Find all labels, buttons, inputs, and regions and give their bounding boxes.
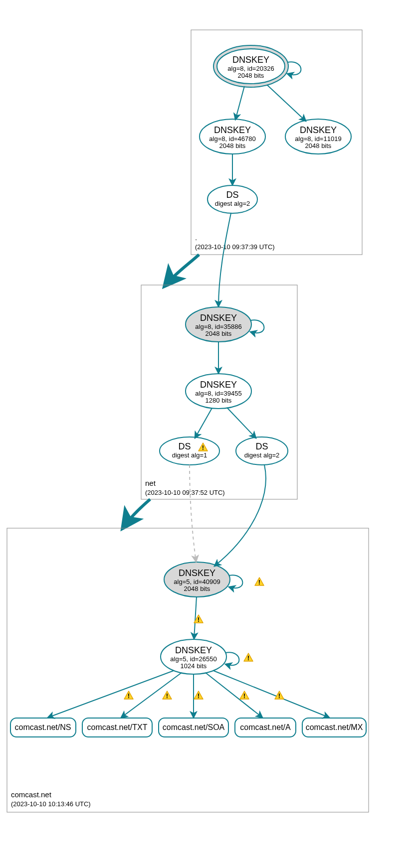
svg-text:alg=8, id=39455: alg=8, id=39455: [195, 390, 241, 397]
svg-text:DNSKEY: DNSKEY: [200, 380, 237, 390]
svg-text:comcast.net/MX: comcast.net/MX: [306, 723, 363, 731]
node-root-ksk: DNSKEY alg=8, id=20326 2048 bits: [213, 45, 288, 87]
zone-net-timestamp: (2023-10-10 09:37:52 UTC): [145, 489, 225, 496]
edge-zsk-ns: [48, 671, 174, 718]
edge-zsk-mx: [213, 671, 329, 718]
node-root-key3: DNSKEY alg=8, id=11019 2048 bits: [285, 119, 351, 154]
node-root-ds: DS digest alg=2: [208, 185, 257, 213]
node-net-zsk: DNSKEY alg=8, id=39455 1280 bits: [186, 374, 251, 409]
node-root-zsk: DNSKEY alg=8, id=46780 2048 bits: [200, 119, 265, 154]
rrset-txt: comcast.net/TXT: [82, 718, 152, 737]
zone-leaf-name: comcast.net: [11, 790, 52, 799]
svg-text:DNSKEY: DNSKEY: [214, 125, 251, 135]
svg-text:alg=8, id=11019: alg=8, id=11019: [295, 135, 341, 143]
node-net-ksk: DNSKEY alg=8, id=35886 2048 bits: [186, 307, 251, 342]
svg-text:comcast.net/NS: comcast.net/NS: [15, 723, 71, 731]
svg-text:alg=8, id=20326: alg=8, id=20326: [227, 65, 274, 72]
svg-text:comcast.net/A: comcast.net/A: [240, 723, 291, 731]
edge-root-ksk-self: [287, 62, 301, 75]
zone-net-name: net: [145, 479, 156, 487]
node-net-ds2: DS digest alg=2: [236, 437, 288, 465]
svg-text:DNSKEY: DNSKEY: [179, 568, 215, 578]
warning-icon: [194, 691, 203, 700]
svg-text:comcast.net/TXT: comcast.net/TXT: [87, 723, 148, 731]
edge-leaf-ksk-self: [229, 575, 242, 588]
svg-text:alg=8, id=35886: alg=8, id=35886: [195, 323, 241, 330]
svg-text:1024 bits: 1024 bits: [181, 662, 207, 670]
warning-icon: [163, 691, 172, 700]
warning-icon: [240, 691, 249, 700]
svg-text:digest alg=2: digest alg=2: [215, 200, 250, 207]
warning-icon: [244, 653, 253, 662]
edge-netzsk-ds1: [195, 408, 212, 438]
svg-text:DS: DS: [178, 441, 191, 451]
node-net-ds1: DS digest alg=1: [160, 437, 219, 465]
svg-text:DS: DS: [255, 441, 268, 451]
edge-net-ksk-self: [250, 320, 264, 333]
svg-text:2048 bits: 2048 bits: [238, 72, 264, 79]
edge-rootds-netksk: [218, 213, 231, 306]
svg-text:DNSKEY: DNSKEY: [175, 645, 212, 655]
svg-text:2048 bits: 2048 bits: [305, 142, 332, 149]
svg-text:alg=8, id=46780: alg=8, id=46780: [209, 135, 255, 143]
svg-text:1280 bits: 1280 bits: [206, 397, 232, 404]
zone-root-timestamp: (2023-10-10 09:37:39 UTC): [195, 243, 275, 251]
edge-ds2-leafksk: [214, 465, 266, 566]
zone-leaf-timestamp: (2023-10-10 10:13:46 UTC): [11, 800, 91, 808]
svg-text:alg=5, id=26550: alg=5, id=26550: [170, 655, 216, 663]
svg-text:2048 bits: 2048 bits: [184, 585, 210, 592]
svg-text:DNSKEY: DNSKEY: [300, 125, 337, 135]
edge-root-to-net-zone: [165, 255, 199, 286]
svg-text:2048 bits: 2048 bits: [206, 330, 232, 337]
edge-ds1-leafksk-dashed: [190, 465, 196, 562]
edge-leafksk-leafzsk: [194, 597, 197, 639]
edge-leaf-zsk-self: [225, 652, 239, 665]
rrset-soa: comcast.net/SOA: [159, 718, 228, 737]
edge-netzsk-ds2: [227, 408, 256, 438]
rrset-a: comcast.net/A: [235, 718, 296, 737]
edge-net-to-leaf-zone: [123, 499, 150, 528]
svg-text:digest alg=2: digest alg=2: [244, 451, 279, 459]
edge-rootksk-rootzsk: [235, 86, 244, 120]
warning-icon: [124, 691, 133, 700]
rrset-ns: comcast.net/NS: [10, 718, 76, 737]
warning-icon: [275, 691, 284, 700]
svg-text:comcast.net/SOA: comcast.net/SOA: [163, 723, 225, 731]
zone-root-name: .: [195, 233, 197, 242]
svg-text:digest alg=1: digest alg=1: [172, 451, 207, 459]
node-leaf-zsk: DNSKEY alg=5, id=26550 1024 bits: [161, 639, 226, 674]
dnssec-chain-diagram: ! . (2023-10-10 09:37:39 UTC) DNSKEY alg…: [0, 0, 415, 868]
rrset-mx: comcast.net/MX: [302, 718, 366, 737]
node-leaf-ksk: DNSKEY alg=5, id=40909 2048 bits: [164, 562, 230, 597]
svg-text:DNSKEY: DNSKEY: [232, 55, 269, 65]
svg-text:alg=5, id=40909: alg=5, id=40909: [174, 578, 220, 585]
edge-rootksk-rootkey3: [267, 85, 306, 121]
svg-text:DNSKEY: DNSKEY: [200, 313, 237, 323]
svg-text:2048 bits: 2048 bits: [219, 142, 246, 149]
svg-text:DS: DS: [226, 190, 238, 200]
warning-icon: [255, 578, 264, 586]
